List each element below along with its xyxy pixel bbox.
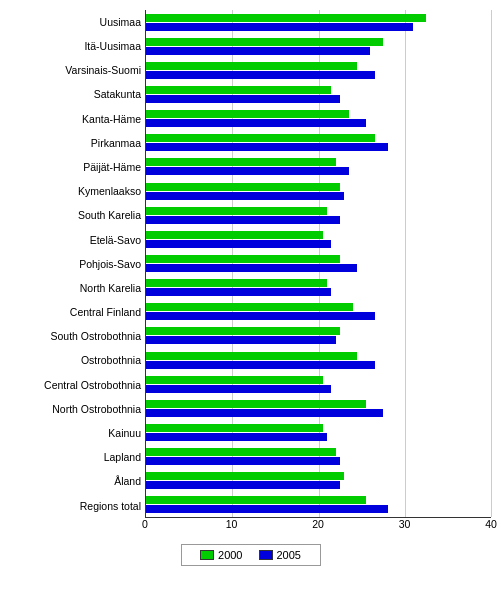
bar-2005: [146, 481, 491, 489]
bar-2000: [146, 110, 491, 118]
grid-line: [491, 10, 492, 517]
y-label: Regions total: [10, 495, 141, 517]
bar-2000: [146, 472, 491, 480]
legend-item-2005: 2005: [259, 549, 301, 561]
chart-area: UusimaaItä-UusimaaVarsinais-SuomiSatakun…: [10, 10, 491, 518]
bar-2005: [146, 167, 491, 175]
bar-group: [146, 11, 491, 33]
legend-label-2000: 2000: [218, 549, 242, 561]
bar-2000: [146, 183, 491, 191]
bar-group: [146, 108, 491, 130]
bar-2005: [146, 119, 491, 127]
y-label: Kymenlaakso: [10, 180, 141, 202]
y-label: Päijät-Häme: [10, 156, 141, 178]
bar-group: [146, 373, 491, 395]
bar-2005: [146, 216, 491, 224]
bar-2000: [146, 376, 491, 384]
bar-2005: [146, 143, 491, 151]
bar-group: [146, 180, 491, 202]
x-tick-label: 10: [226, 518, 238, 530]
y-label: Ostrobothnia: [10, 350, 141, 372]
legend-label-2005: 2005: [277, 549, 301, 561]
y-label: North Ostrobothnia: [10, 398, 141, 420]
x-tick-label: 20: [312, 518, 324, 530]
y-label: Lapland: [10, 446, 141, 468]
y-label: Central Finland: [10, 301, 141, 323]
bar-2000: [146, 38, 491, 46]
bar-2000: [146, 62, 491, 70]
bars-area: [145, 10, 491, 518]
bar-2005: [146, 240, 491, 248]
bar-2000: [146, 400, 491, 408]
bar-2000: [146, 327, 491, 335]
y-label: Kainuu: [10, 422, 141, 444]
bar-2005: [146, 505, 491, 513]
bar-group: [146, 83, 491, 105]
x-tick-label: 0: [142, 518, 148, 530]
y-label: Uusimaa: [10, 11, 141, 33]
y-label: South Karelia: [10, 205, 141, 227]
bar-group: [146, 421, 491, 443]
bar-2005: [146, 47, 491, 55]
y-label: Satakunta: [10, 84, 141, 106]
bar-group: [146, 325, 491, 347]
bar-2000: [146, 14, 491, 22]
x-tick-label: 40: [485, 518, 497, 530]
bar-2005: [146, 264, 491, 272]
bar-2000: [146, 496, 491, 504]
bar-2005: [146, 336, 491, 344]
bar-2000: [146, 303, 491, 311]
bar-2005: [146, 23, 491, 31]
bar-2005: [146, 409, 491, 417]
bar-group: [146, 204, 491, 226]
y-axis-labels: UusimaaItä-UusimaaVarsinais-SuomiSatakun…: [10, 10, 145, 518]
x-tick-label: 30: [399, 518, 411, 530]
bar-2000: [146, 231, 491, 239]
y-label: Pohjois-Savo: [10, 253, 141, 275]
bar-2000: [146, 134, 491, 142]
bar-2000: [146, 207, 491, 215]
bar-2005: [146, 433, 491, 441]
bar-2000: [146, 424, 491, 432]
bar-group: [146, 132, 491, 154]
bar-group: [146, 494, 491, 516]
bar-2005: [146, 192, 491, 200]
bar-2005: [146, 312, 491, 320]
bar-2000: [146, 352, 491, 360]
bar-group: [146, 277, 491, 299]
legend: 2000 2005: [181, 544, 321, 566]
bar-2005: [146, 457, 491, 465]
bar-group: [146, 59, 491, 81]
bar-2000: [146, 279, 491, 287]
bar-group: [146, 156, 491, 178]
legend-color-2005: [259, 550, 273, 560]
x-axis: 010203040: [145, 518, 491, 536]
y-label: Åland: [10, 471, 141, 493]
chart-container: UusimaaItä-UusimaaVarsinais-SuomiSatakun…: [0, 0, 501, 616]
bar-2005: [146, 71, 491, 79]
bar-2000: [146, 448, 491, 456]
bar-group: [146, 470, 491, 492]
bar-group: [146, 397, 491, 419]
y-label: North Karelia: [10, 277, 141, 299]
bar-group: [146, 35, 491, 57]
bar-group: [146, 252, 491, 274]
bar-group: [146, 446, 491, 468]
bar-2000: [146, 255, 491, 263]
y-label: Central Ostrobothnia: [10, 374, 141, 396]
bar-2005: [146, 385, 491, 393]
y-label: Kanta-Häme: [10, 108, 141, 130]
y-label: Itä-Uusimaa: [10, 35, 141, 57]
bar-2000: [146, 86, 491, 94]
y-label: South Ostrobothnia: [10, 326, 141, 348]
bar-2005: [146, 288, 491, 296]
y-label: Pirkanmaa: [10, 132, 141, 154]
bar-2005: [146, 95, 491, 103]
bar-group: [146, 301, 491, 323]
bar-group: [146, 349, 491, 371]
y-label: Etelä-Savo: [10, 229, 141, 251]
y-label: Varsinais-Suomi: [10, 59, 141, 81]
bar-2005: [146, 361, 491, 369]
bar-group: [146, 228, 491, 250]
legend-item-2000: 2000: [200, 549, 242, 561]
